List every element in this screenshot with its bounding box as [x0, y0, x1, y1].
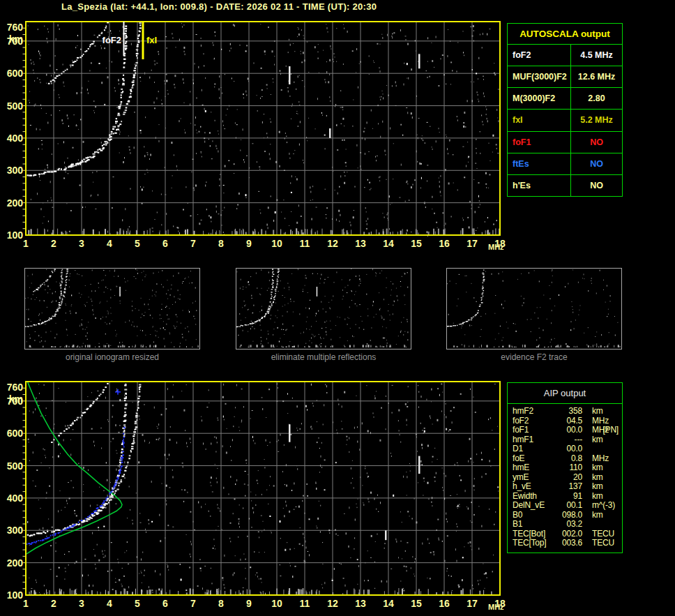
svg-text:2: 2 [51, 598, 56, 609]
svg-text:200: 200 [7, 197, 24, 209]
svg-text:6: 6 [162, 238, 168, 249]
svg-text:12: 12 [327, 598, 338, 609]
svg-text:km: km [9, 393, 23, 405]
svg-text:6: 6 [162, 598, 168, 609]
aip-val: 098.0 [556, 511, 582, 520]
svg-text:400: 400 [7, 133, 24, 144]
aip-row: D100.0 [508, 444, 622, 454]
svg-text:8: 8 [218, 598, 224, 609]
autoscala-row-hes: h'Es NO [508, 175, 622, 196]
svg-text:16: 16 [439, 598, 450, 609]
svg-text:5: 5 [135, 238, 140, 249]
aip-val: 91 [556, 492, 582, 502]
aip-unit: TECU [592, 539, 614, 548]
aip-unit: km [592, 492, 603, 502]
aip-output-table: AIP output hmF2358kmfoF204.5MHzfoF100.0M… [507, 382, 623, 553]
svg-text:100: 100 [7, 230, 24, 241]
aip-row: hmF2358km [508, 407, 622, 416]
aip-val: 00.0 [556, 426, 582, 435]
aip-row: B0098.0km [508, 511, 622, 520]
aip-row: h_vE137km [508, 482, 622, 492]
svg-text:11: 11 [300, 598, 310, 609]
svg-text:13: 13 [355, 598, 366, 609]
thumbnail-caption-original: original ionogram resized [24, 352, 200, 362]
autoscala-label: ftEs [508, 153, 571, 174]
autoscala-label: MUF(3000)F2 [508, 66, 571, 87]
aip-unit: m^(-3) [592, 501, 615, 511]
aip-name: hmF2 [513, 407, 556, 416]
svg-text:500: 500 [7, 460, 24, 472]
aip-name: ymE [513, 473, 556, 483]
aip-name: foF1 [513, 426, 556, 435]
svg-text:16: 16 [439, 238, 450, 249]
thumbnail-caption-reflections: eliminate multiple reflections [236, 352, 411, 362]
svg-text:1: 1 [23, 598, 29, 609]
autoscala-row-muf3000f2: MUF(3000)F2 12.6 MHz [508, 66, 622, 88]
svg-text:km: km [9, 33, 23, 45]
svg-text:10: 10 [271, 598, 282, 609]
bottom-ionogram-plot: 760700600500400300200100km12345678910111… [0, 374, 509, 616]
svg-text:600: 600 [7, 428, 24, 439]
thumbnail-original-ionogram [24, 268, 200, 350]
aip-rows-container: hmF2358kmfoF204.5MHzfoF100.0MHz[PN]hmF1-… [508, 407, 622, 548]
aip-row: foF204.5MHz [508, 416, 622, 426]
autoscala-value: 5.2 MHz [571, 110, 622, 130]
svg-text:9: 9 [246, 598, 252, 609]
aip-name: TEC[Bot] [513, 529, 556, 539]
svg-text:7: 7 [190, 598, 196, 609]
aip-table-title: AIP output [508, 383, 622, 404]
aip-name: foF2 [513, 416, 556, 426]
autoscala-label: foF2 [508, 45, 571, 66]
svg-text:13: 13 [355, 238, 366, 249]
svg-text:2: 2 [51, 238, 56, 249]
aip-name: Ewidth [513, 492, 556, 502]
svg-text:760: 760 [7, 22, 24, 33]
svg-text:foF2: foF2 [103, 35, 121, 45]
aip-val: 002.0 [556, 529, 582, 539]
svg-text:100: 100 [7, 589, 24, 601]
aip-val: 0.8 [556, 454, 582, 464]
autoscala-row-fxi: fxI 5.2 MHz [508, 110, 622, 131]
svg-text:7: 7 [190, 238, 196, 249]
svg-text:15: 15 [411, 598, 422, 609]
autoscala-table-title: AUTOSCALA output [508, 24, 622, 45]
svg-text:600: 600 [7, 68, 24, 79]
aip-extra: [PN] [602, 426, 619, 435]
aip-val: 358 [556, 407, 582, 416]
aip-row: foE0.8MHz [508, 454, 622, 464]
svg-text:1: 1 [23, 238, 29, 249]
svg-text:17: 17 [467, 598, 478, 609]
aip-row: Ewidth91km [508, 492, 622, 502]
svg-text:760: 760 [7, 382, 24, 393]
aip-row: hmF1---km [508, 435, 622, 445]
svg-text:9: 9 [246, 238, 252, 249]
autoscala-label: M(3000)F2 [508, 88, 571, 109]
svg-text:3: 3 [79, 598, 84, 609]
svg-text:300: 300 [7, 525, 24, 536]
thumbnail-evidence-f2-trace [446, 268, 622, 350]
aip-row: TEC[Bot]002.0TECU [508, 529, 622, 539]
svg-text:14: 14 [383, 598, 394, 609]
aip-unit: MHz [592, 454, 609, 464]
aip-val: 04.5 [556, 416, 582, 426]
autoscala-row-m3000f2: M(3000)F2 2.80 [508, 88, 622, 110]
autoscala-value: 12.6 MHz [571, 66, 622, 87]
svg-text:17: 17 [467, 238, 478, 249]
autoscala-row-fof2: foF2 4.5 MHz [508, 45, 622, 66]
svg-text:4: 4 [107, 598, 112, 609]
aip-name: foE [513, 454, 556, 464]
aip-name: TEC[Top] [513, 539, 556, 548]
aip-unit: km [592, 511, 603, 520]
aip-row: B103.2 [508, 520, 622, 529]
aip-name: h_vE [513, 482, 556, 492]
aip-unit: MHz [592, 416, 609, 426]
autoscala-label: foF1 [508, 132, 571, 153]
autoscala-label: fxI [508, 110, 571, 130]
svg-text:500: 500 [7, 100, 24, 112]
svg-text:14: 14 [383, 238, 394, 249]
aip-row: ymE20km [508, 473, 622, 483]
aip-val: 20 [556, 473, 582, 483]
aip-val: 137 [556, 482, 582, 492]
aip-val: 03.2 [556, 520, 582, 529]
autoscala-value: 2.80 [571, 88, 622, 109]
